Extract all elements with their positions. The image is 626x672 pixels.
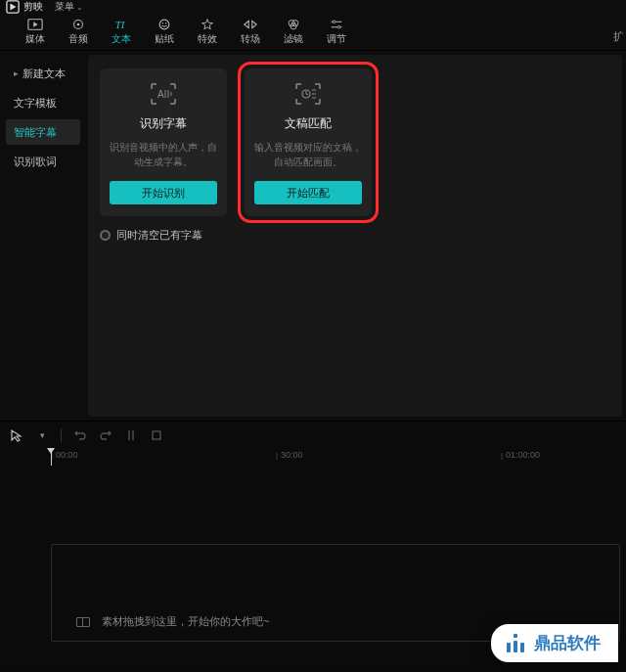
tab-audio[interactable]: 音频 xyxy=(57,14,100,51)
chevron-down-icon[interactable]: ▾ xyxy=(35,428,49,442)
svg-rect-19 xyxy=(520,643,524,652)
ruler-mark: 00:00 xyxy=(51,450,78,460)
clear-existing-row[interactable]: 同时清空已有字幕 xyxy=(100,228,610,243)
main-area: 新建文本 文字模板 智能字幕 识别歌词 A 识别字幕 识别音视频中的人声，自动生… xyxy=(0,51,626,421)
cards-row: A 识别字幕 识别音视频中的人声，自动生成字幕。 开始识别 文稿匹配 输入音视频… xyxy=(100,68,610,216)
svg-point-11 xyxy=(333,21,335,23)
start-recognize-button[interactable]: 开始识别 xyxy=(110,181,217,204)
tab-effects[interactable]: 特效 xyxy=(186,14,229,51)
card-desc: 输入音视频对应的文稿，自动匹配画面。 xyxy=(254,140,362,169)
titlebar: 剪映 菜单 ⌄ xyxy=(0,0,626,14)
extend-hint: 扩 xyxy=(613,29,624,44)
clip-icon xyxy=(76,617,90,627)
cursor-tool-icon[interactable] xyxy=(10,428,23,442)
card-title: 文稿匹配 xyxy=(285,115,332,132)
logo-icon xyxy=(6,0,20,14)
clear-label: 同时清空已有字幕 xyxy=(116,228,202,243)
sidebar-item-smart-subtitle[interactable]: 智能字幕 xyxy=(6,119,80,145)
split-icon[interactable] xyxy=(124,428,138,442)
tab-filter[interactable]: 滤镜 xyxy=(272,14,315,51)
radio-icon[interactable] xyxy=(100,230,111,241)
app-logo: 剪映 xyxy=(6,0,43,14)
svg-point-12 xyxy=(337,25,340,28)
delete-icon[interactable] xyxy=(150,428,163,442)
card-script-match: 文稿匹配 输入音视频对应的文稿，自动匹配画面。 开始匹配 xyxy=(245,68,372,216)
svg-text:A: A xyxy=(157,89,164,100)
redo-icon[interactable] xyxy=(99,428,112,442)
ruler-mark: 30:00 xyxy=(276,450,303,460)
chevron-down-icon: ⌄ xyxy=(76,3,83,12)
content-panel: A 识别字幕 识别音视频中的人声，自动生成字幕。 开始识别 文稿匹配 输入音视频… xyxy=(88,55,622,417)
card-desc: 识别音视频中的人声，自动生成字幕。 xyxy=(110,140,217,169)
separator xyxy=(61,428,62,442)
timeline-ruler[interactable]: 00:00 30:00 01:00:00 xyxy=(0,448,626,466)
watermark-badge: 鼎品软件 xyxy=(491,624,618,662)
text-sidebar: 新建文本 文字模板 智能字幕 识别歌词 xyxy=(4,55,84,417)
tab-media[interactable]: 媒体 xyxy=(14,14,57,51)
menu-dropdown[interactable]: 菜单 ⌄ xyxy=(55,0,83,14)
track-hint: 素材拖拽到这里，开始你的大作吧~ xyxy=(76,614,269,629)
svg-rect-18 xyxy=(514,641,517,652)
card-recognize-subtitle: A 识别字幕 识别音视频中的人声，自动生成字幕。 开始识别 xyxy=(100,68,227,216)
svg-point-3 xyxy=(77,23,80,26)
tab-adjust[interactable]: 调节 xyxy=(315,14,358,51)
sidebar-item-templates[interactable]: 文字模板 xyxy=(6,90,80,115)
script-match-icon xyxy=(294,82,322,106)
tab-text[interactable]: TI 文本 xyxy=(100,14,143,51)
svg-rect-15 xyxy=(153,431,160,439)
ruler-mark: 01:00:00 xyxy=(501,450,540,460)
app-name: 剪映 xyxy=(23,0,43,14)
svg-point-6 xyxy=(162,22,163,23)
subtitle-scan-icon: A xyxy=(150,82,177,106)
start-match-button[interactable]: 开始匹配 xyxy=(254,181,362,204)
watermark-text: 鼎品软件 xyxy=(534,632,601,654)
sidebar-item-new-text[interactable]: 新建文本 xyxy=(6,61,80,86)
undo-icon[interactable] xyxy=(73,428,87,442)
card-title: 识别字幕 xyxy=(140,115,187,132)
svg-text:TI: TI xyxy=(115,20,125,30)
sidebar-item-lyrics[interactable]: 识别歌词 xyxy=(6,149,80,174)
tab-sticker[interactable]: 贴纸 xyxy=(143,14,186,51)
svg-point-7 xyxy=(165,22,166,23)
timeline-toolbar: ▾ xyxy=(0,421,626,448)
watermark-icon xyxy=(505,633,526,654)
svg-rect-17 xyxy=(507,643,511,652)
svg-rect-16 xyxy=(514,634,517,638)
svg-point-5 xyxy=(159,20,169,29)
category-toolbar: 媒体 音频 TI 文本 贴纸 特效 转场 滤镜 调节 xyxy=(0,14,626,51)
tab-transition[interactable]: 转场 xyxy=(229,14,272,51)
